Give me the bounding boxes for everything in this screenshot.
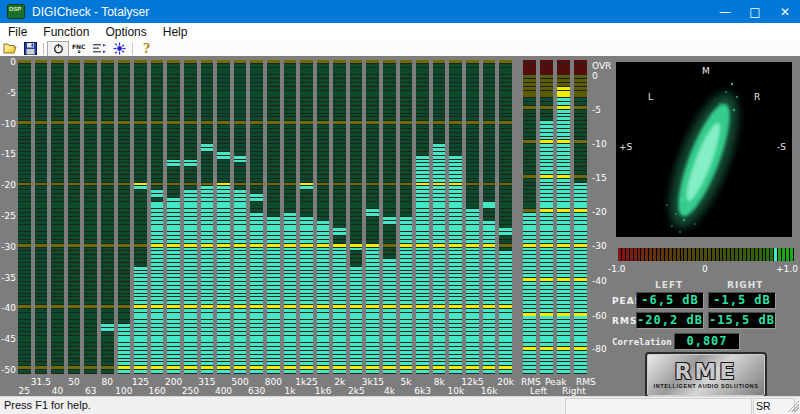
title-bar[interactable]: DIGICheck - Totalyser — □ ✕ (0, 0, 800, 23)
spectrum-db-label: -35 (0, 273, 16, 283)
gonio-label-right: R (754, 92, 760, 102)
menu-item-function[interactable]: Function (35, 23, 97, 41)
rme-logo-subtext: INTELLIGENT AUDIO SOLUTIONS (654, 383, 759, 389)
correlation-segment (790, 248, 793, 261)
correlation-segment (673, 248, 676, 261)
spectrum-db-label: -10 (0, 119, 16, 129)
band-label-16k: 16k (481, 386, 498, 396)
meter-scale-label: -15 (592, 173, 607, 183)
spectrum-db-label: -45 (0, 334, 16, 344)
meter-scale-label: -5 (592, 105, 601, 115)
status-bar: Press F1 for help. SR 44.1kHz (0, 396, 800, 414)
preset-list-button[interactable] (89, 42, 109, 56)
app-icon (7, 4, 25, 19)
spectrum-db-label: -50 (0, 365, 16, 375)
status-empty-panel (565, 398, 752, 414)
menu-bar: FileFunctionOptionsHelp (0, 23, 800, 42)
band-label-400: 400 (215, 386, 232, 396)
sun-burst-icon (113, 42, 126, 55)
function-select-button[interactable]: FNC (69, 42, 89, 56)
correlation-segment (677, 248, 680, 261)
preset-list-icon (92, 42, 107, 55)
spectrum-band-200 (167, 60, 180, 374)
corr-zero-label: 0 (702, 264, 708, 274)
menu-item-file[interactable]: File (0, 23, 35, 41)
correlation-segment (704, 248, 707, 261)
spectrum-band-400 (217, 60, 230, 374)
correlation-segment (684, 248, 687, 261)
menu-item-help[interactable]: Help (155, 23, 196, 41)
spectrum-analyser (18, 60, 516, 374)
band-label-31.5: 31.5 (31, 377, 51, 387)
spectrum-band-800 (267, 60, 280, 374)
band-label-630: 630 (248, 386, 265, 396)
spectrum-band-3k15 (366, 60, 379, 374)
spectrum-band-160 (151, 60, 164, 374)
power-button[interactable] (47, 41, 69, 57)
band-label-10k: 10k (448, 386, 465, 396)
spectrum-db-label: -15 (0, 149, 16, 159)
band-label-50: 50 (68, 377, 79, 387)
band-label-5k: 5k (401, 377, 412, 387)
close-button[interactable]: ✕ (770, 0, 800, 23)
correlation-segment (645, 248, 648, 261)
spectrum-db-label: -30 (0, 242, 16, 252)
power-icon (53, 43, 64, 54)
band-label-200: 200 (165, 377, 182, 387)
correlation-segment (712, 248, 715, 261)
correlation-segment (716, 248, 719, 261)
open-file-button[interactable] (0, 42, 20, 56)
gonio-label-minus-s: -S (777, 142, 786, 152)
correlation-segment (708, 248, 711, 261)
gonio-label-mid: M (702, 66, 710, 76)
band-label-25: 25 (19, 386, 30, 396)
menu-item-options[interactable]: Options (97, 23, 154, 41)
band-label-2k: 2k (334, 377, 345, 387)
spectrum-db-label: -25 (0, 211, 16, 221)
gonio-blob (616, 62, 792, 237)
band-label-63: 63 (85, 386, 96, 396)
help-button[interactable]: ? (136, 42, 156, 56)
minimize-button[interactable]: — (710, 0, 740, 23)
meter-scale-label: OVR (592, 61, 611, 71)
spectrum-db-label: -20 (0, 180, 16, 190)
rms-row-label: RMS (612, 316, 637, 326)
spectrum-band-16k (483, 60, 496, 374)
spectrum-band-4k (383, 60, 396, 374)
correlation-segment (657, 248, 660, 261)
spectrum-band-63 (84, 60, 97, 374)
band-label-4k: 4k (384, 386, 395, 396)
correlation-segment (641, 248, 644, 261)
save-button[interactable] (20, 42, 40, 56)
meter-scale-label: -80 (592, 344, 607, 354)
correlation-segment (700, 248, 703, 261)
analyser-area: 0-5-10-15-20-25-30-35-40-45-50 2531.5405… (0, 56, 800, 396)
gonio-label-left: L (648, 92, 653, 102)
correlation-meter (618, 248, 794, 261)
correlation-segment (688, 248, 691, 261)
digicheck-window: DIGICheck - Totalyser — □ ✕ FileFunction… (0, 0, 800, 414)
meter-scale-label: -20 (592, 207, 607, 217)
maximize-button[interactable]: □ (740, 0, 770, 23)
spectrum-band-1k6 (317, 60, 330, 374)
band-label-500: 500 (232, 377, 249, 387)
resize-grip[interactable] (787, 400, 799, 412)
correlation-readout: 0,807 (674, 333, 740, 350)
band-label-40: 40 (52, 386, 63, 396)
spectrum-band-10k (449, 60, 462, 374)
rms-left-readout: -20,2 dB (636, 312, 704, 329)
correlation-segment (755, 248, 758, 261)
rms-right-readout: -15,5 dB (708, 312, 776, 329)
correlation-segment (735, 248, 738, 261)
status-help-text: Press F1 for help. (4, 399, 91, 411)
correlation-segment (634, 248, 637, 261)
meter-label-left: Left (530, 386, 547, 396)
correlation-segment (766, 248, 769, 261)
display-options-button[interactable] (109, 42, 129, 56)
band-label-6k3: 6k3 (414, 386, 431, 396)
open-folder-icon (3, 42, 18, 55)
spectrum-band-25 (18, 60, 31, 374)
band-label-315: 315 (198, 377, 215, 387)
spectrum-band-500 (234, 60, 247, 374)
correlation-segment (727, 248, 730, 261)
